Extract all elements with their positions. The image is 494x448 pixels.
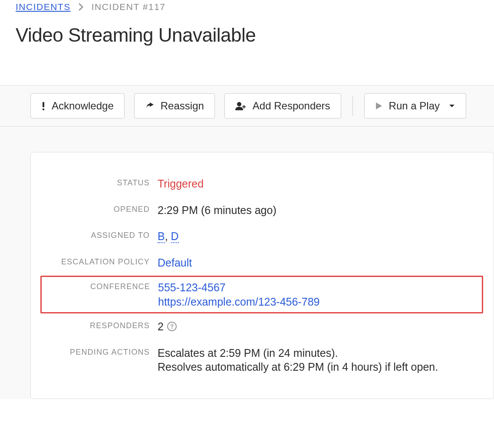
status-row: STATUS Triggered [41,177,483,191]
header-region: INCIDENTS INCIDENT #117 Video Streaming … [0,0,494,85]
share-icon [145,102,155,110]
svg-point-2 [237,102,241,106]
conference-highlight: CONFERENCE 555-123-4567 https://example.… [40,276,483,313]
responders-label: RESPONDERS [41,320,158,330]
reassign-button[interactable]: Reassign [134,93,215,119]
pending-row: PENDING ACTIONS Escalates at 2:59 PM (in… [41,346,483,374]
page-title: Video Streaming Unavailable [16,24,478,46]
caret-down-icon [448,104,455,108]
conference-url-link[interactable]: https://example.com/123-456-789 [158,295,319,309]
opened-row: OPENED 2:29 PM (6 minutes ago) [41,203,483,217]
pending-value: Escalates at 2:59 PM (in 24 minutes). Re… [158,346,438,374]
add-responders-label: Add Responders [253,100,330,112]
breadcrumb-incidents-link[interactable]: INCIDENTS [16,2,71,12]
add-responders-button[interactable]: Add Responders [224,93,341,119]
responders-row: RESPONDERS 2 ? [41,320,483,334]
run-play-label: Run a Play [389,100,440,112]
conference-row: CONFERENCE 555-123-4567 https://example.… [42,280,478,309]
exclamation-icon [41,101,46,111]
escalation-value: Default [158,256,192,270]
chevron-right-icon [79,3,84,11]
play-icon [375,102,383,110]
incident-details-card: STATUS Triggered OPENED 2:29 PM (6 minut… [30,152,494,399]
escalation-policy-link[interactable]: Default [158,257,192,269]
assigned-row: ASSIGNED TO B, D [41,229,483,244]
opened-value: 2:29 PM (6 minutes ago) [158,203,277,217]
assignee-link-d[interactable]: D [171,230,179,243]
escalation-row: ESCALATION POLICY Default [41,256,483,270]
breadcrumb-current: INCIDENT #117 [92,2,166,12]
person-plus-icon [235,102,247,110]
help-icon[interactable]: ? [167,322,177,331]
status-label: STATUS [41,177,158,188]
breadcrumb: INCIDENTS INCIDENT #117 [16,2,478,12]
svg-rect-4 [242,106,246,107]
conference-phone-link[interactable]: 555-123-4567 [158,280,319,295]
assigned-value: B, D [158,229,179,244]
conference-label: CONFERENCE [42,280,158,291]
responders-value: 2 ? [158,320,177,334]
conference-value: 555-123-4567 https://example.com/123-456… [158,280,319,309]
assignee-link-b[interactable]: B [158,230,165,243]
reassign-label: Reassign [161,100,204,112]
opened-label: OPENED [41,203,158,214]
toolbar-divider [352,96,353,116]
status-value: Triggered [158,177,204,191]
run-play-button[interactable]: Run a Play [364,93,466,119]
pending-line-2: Resolves automatically at 6:29 PM (in 4 … [158,360,438,374]
acknowledge-label: Acknowledge [52,100,114,112]
assignee-separator: , [165,230,171,242]
pending-label: PENDING ACTIONS [41,346,158,357]
acknowledge-button[interactable]: Acknowledge [30,93,125,119]
content-region: STATUS Triggered OPENED 2:29 PM (6 minut… [0,127,494,399]
toolbar: Acknowledge Reassign Add Responders Run … [0,85,494,127]
escalation-label: ESCALATION POLICY [41,256,158,267]
assigned-label: ASSIGNED TO [41,229,158,240]
responders-count: 2 [158,320,164,334]
svg-rect-0 [43,102,44,107]
svg-rect-1 [43,109,44,110]
pending-line-1: Escalates at 2:59 PM (in 24 minutes). [158,346,438,360]
